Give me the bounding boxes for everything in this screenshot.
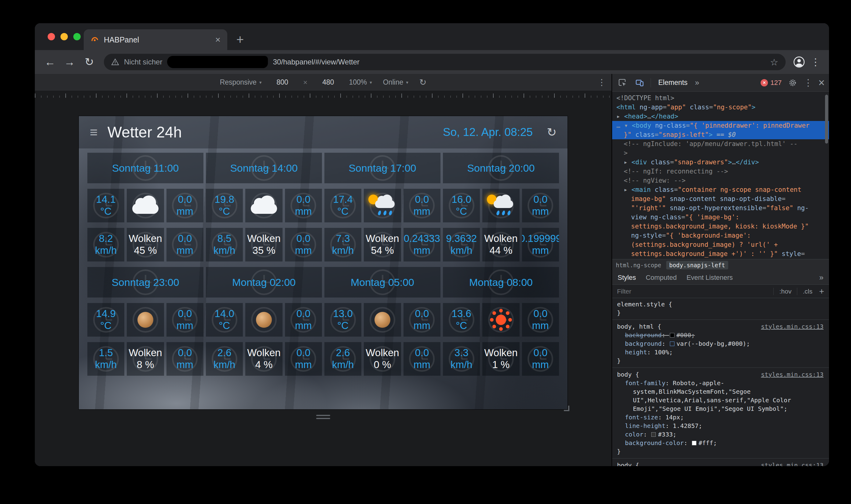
dom-tree-line[interactable]: settings.background_image, kiosk: kioskM… [612, 222, 829, 231]
wind-speed-cell: 2.6km/h [324, 342, 361, 376]
css-declaration-line[interactable]: } [612, 308, 829, 317]
forecast-time-header: Sonntag 14:00 [206, 153, 322, 183]
dom-tree-line[interactable]: ▸ <head>…</head> [612, 112, 829, 121]
device-type-select[interactable]: Responsive▾ [220, 78, 262, 87]
css-declaration-line[interactable]: height: 100%; [612, 348, 829, 357]
emulation-backdrop: ≡ Wetter 24h So, 12. Apr. 08:25 ↻ Sonnta… [35, 100, 612, 466]
devtools-menu-icon[interactable]: ⋮ [804, 77, 813, 88]
dom-tree-line[interactable]: <html ng-app="app" class="ng-scope"> [612, 103, 829, 112]
forecast-time-header: Sonntag 20:00 [443, 153, 559, 183]
browser-tab[interactable]: HABPanel × [84, 29, 227, 50]
stylesheet-source-link[interactable]: styles.min.css:13 [761, 370, 823, 379]
close-window-button[interactable] [48, 33, 55, 40]
css-declaration-line[interactable]: color: #333; [612, 430, 829, 439]
settings-gear-icon[interactable] [786, 77, 799, 89]
minimize-window-button[interactable] [60, 33, 68, 40]
dom-tree-line[interactable]: ng-style="{ 'background-image': [612, 231, 829, 240]
dom-tree-line[interactable]: … ▾ <body ng-class="{ 'pinneddrawer': pi… [612, 121, 829, 130]
css-declaration-line[interactable]: font-size: 14px; [612, 413, 829, 421]
zoom-select[interactable]: 100%▾ [349, 78, 372, 87]
browser-menu-icon[interactable]: ⋮ [809, 56, 822, 68]
dom-tree-line[interactable]: ▸ <div class="snap-drawers">…</div> [612, 158, 829, 167]
bookmark-star-icon[interactable]: ☆ [770, 57, 778, 68]
viewport-width-input[interactable]: 800 [272, 78, 292, 87]
dom-tree-line[interactable]: settings.background_image +')' : '' }" s… [612, 249, 829, 258]
styles-filter-input[interactable]: Filter [617, 288, 631, 295]
dom-tree-line[interactable]: > [612, 148, 829, 158]
device-toolbar-toggle-icon[interactable] [634, 77, 646, 89]
tab-elements[interactable]: Elements [656, 78, 690, 87]
reload-button[interactable]: ↻ [80, 56, 98, 68]
dom-tree-line[interactable]: <!-- ngView: --> [612, 176, 829, 185]
wind-speed-cell: 3.3km/h [443, 342, 480, 376]
color-swatch[interactable] [670, 342, 674, 346]
tab-styles[interactable]: Styles [618, 274, 636, 282]
class-toggle[interactable]: .cls [797, 288, 813, 295]
css-declaration-line[interactable]: line-height: 1.42857; [612, 421, 829, 430]
hover-state-toggle[interactable]: :hov [774, 288, 792, 295]
breadcrumb-body[interactable]: body.snapjs-left [666, 261, 728, 269]
chevron-down-icon: ▾ [369, 80, 372, 85]
forecast-time-header: Sonntag 11:00 [87, 153, 203, 183]
viewport-resize-handle[interactable] [316, 415, 330, 419]
profile-avatar-icon[interactable] [792, 55, 807, 69]
close-devtools-icon[interactable]: × [818, 77, 825, 88]
address-bar[interactable]: Nicht sicher 30/habpanel/#/view/Wetter ☆ [104, 54, 786, 70]
dom-tree-line[interactable]: }" class="snapjs-left"> == $0 [612, 130, 829, 139]
more-panes-icon[interactable]: » [819, 273, 823, 282]
throttling-select[interactable]: Online▾ [383, 78, 409, 87]
more-tabs-icon[interactable]: » [695, 78, 699, 87]
css-declaration-line[interactable]: background: #000; [612, 331, 829, 339]
css-declaration-line[interactable]: body, html {styles.min.css:13 [612, 322, 829, 331]
menu-icon[interactable]: ≡ [90, 126, 98, 139]
precipitation-cell: 0.0mm [166, 228, 203, 262]
dom-tree-line[interactable]: "'right'" snap-opt-hyperextensible="fals… [612, 203, 829, 213]
tab-computed[interactable]: Computed [646, 274, 677, 282]
breadcrumb-html[interactable]: html.ng-scope [616, 262, 661, 269]
css-declaration-line[interactable]: background: var(--body-bg,#000); [612, 339, 829, 348]
dom-tree-line[interactable]: ▸ <main class="container ng-scope snap-c… [612, 185, 829, 194]
dom-tree-line[interactable]: view ng-class="{ 'image-bg': [612, 213, 829, 222]
dom-tree-line[interactable]: image-bg" snap-content snap-opt-disable= [612, 194, 829, 203]
viewport-corner-resize-handle[interactable] [564, 406, 569, 411]
dom-tree-line[interactable]: <!DOCTYPE html> [612, 93, 829, 103]
css-declaration-line[interactable]: Emoji","Segoe UI Emoji","Segoe UI Symbol… [612, 404, 829, 413]
css-declaration-line[interactable]: element.style { [612, 300, 829, 308]
css-declaration-line[interactable]: UI",Helvetica,Arial,sans-serif,"Apple Co… [612, 396, 829, 404]
css-declaration-line[interactable]: } [612, 447, 829, 456]
device-toolbar-menu-icon[interactable]: ⋮ [597, 77, 606, 87]
zoom-window-button[interactable] [73, 33, 80, 40]
dom-tree-line[interactable]: (settings.background_image) ? 'url(' + [612, 240, 829, 249]
forward-button[interactable]: → [61, 56, 78, 68]
wind-speed-cell: 8.2km/h [87, 228, 124, 262]
close-tab-icon[interactable]: × [215, 35, 220, 44]
dom-tree-line[interactable]: <!-- ngInclude: 'app/menu/drawer.tpl.htm… [612, 139, 829, 148]
css-declaration-line[interactable]: body {styles.min.css:13 [612, 461, 829, 466]
temperature-cell: 13.6°C [443, 303, 480, 337]
color-swatch[interactable] [651, 432, 656, 437]
color-swatch[interactable] [670, 333, 674, 338]
css-declaration-line[interactable]: system,BlinkMacSystemFont,"Segoe [612, 387, 829, 396]
css-declaration-line[interactable]: } [612, 357, 829, 365]
stylesheet-source-link[interactable]: styles.min.css:13 [761, 322, 823, 331]
sidebar-pane-tabs: Styles Computed Event Listeners » [612, 271, 829, 285]
back-button[interactable]: ← [41, 56, 59, 68]
rotate-viewport-icon[interactable]: ↻ [419, 77, 427, 87]
precipitation-cell: 0.199999mm [522, 228, 559, 262]
dom-tree-line[interactable]: <!-- ngIf: reconnecting --> [612, 167, 829, 176]
new-style-rule-button[interactable]: + [818, 287, 824, 296]
css-declaration-line[interactable]: background-color: #fff; [612, 439, 829, 447]
refresh-icon[interactable]: ↻ [547, 126, 557, 138]
tab-event-listeners[interactable]: Event Listeners [686, 274, 733, 282]
inspect-element-icon[interactable] [616, 77, 629, 89]
css-declaration-line[interactable]: body {styles.min.css:13 [612, 370, 829, 379]
new-tab-button[interactable]: + [231, 31, 249, 49]
sun-icon [496, 314, 506, 325]
error-count-badge[interactable]: × 127 [761, 79, 782, 87]
precipitation-cell: 0.24333mm [403, 228, 440, 262]
panel-header: ≡ Wetter 24h So, 12. Apr. 08:25 ↻ [79, 116, 567, 148]
viewport-height-input[interactable]: 480 [318, 78, 338, 87]
stylesheet-source-link[interactable]: styles.min.css:13 [761, 461, 823, 466]
color-swatch[interactable] [692, 441, 696, 445]
css-declaration-line[interactable]: font-family: Roboto,-apple- [612, 379, 829, 387]
